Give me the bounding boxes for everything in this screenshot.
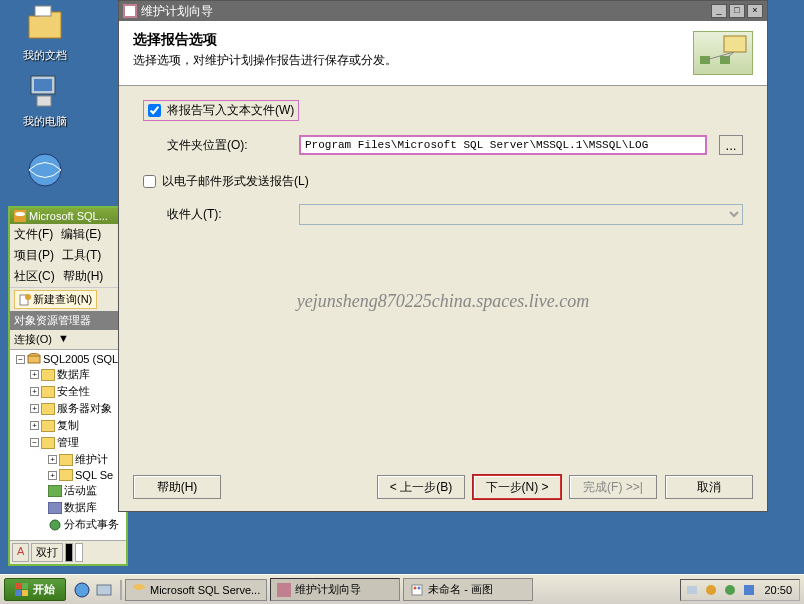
browse-button[interactable]: ... (719, 135, 743, 155)
svg-point-32 (725, 585, 735, 595)
recipient-label: 收件人(T): (167, 206, 287, 223)
close-button[interactable]: × (747, 4, 763, 18)
strip-a[interactable]: A (12, 543, 29, 562)
server-icon (27, 353, 41, 365)
svg-rect-3 (37, 96, 51, 106)
svg-rect-19 (15, 583, 21, 589)
folder-label: 文件夹位置(O): (167, 137, 287, 154)
tree-management[interactable]: −管理 (12, 434, 124, 451)
tree-actmon[interactable]: 活动监 (12, 482, 124, 499)
svg-point-29 (418, 586, 421, 589)
wizard-task-icon (277, 583, 291, 597)
write-text-file-label: 将报告写入文本文件(W) (167, 102, 294, 119)
taskbar-task-ssms[interactable]: Microsoft SQL Serve... (125, 579, 267, 601)
tree-security[interactable]: +安全性 (12, 383, 124, 400)
menu-tool[interactable]: 工具(T) (62, 247, 101, 264)
db-icon (48, 502, 62, 514)
dtc-icon (48, 519, 62, 531)
desktop-icon-mycomputer[interactable]: 我的电脑 (10, 70, 80, 129)
svg-rect-12 (48, 502, 62, 514)
ql-desktop-icon[interactable] (95, 581, 113, 599)
ssms-icon (14, 210, 26, 222)
folder-path-input[interactable] (299, 135, 707, 155)
strip-b[interactable]: 双打 (31, 543, 63, 562)
wizard-body: 将报告写入文本文件(W) 文件夹位置(O): ... 以电子邮件形式发送报告(L… (119, 86, 767, 239)
svg-point-8 (25, 294, 31, 300)
ssms-task-icon (132, 583, 146, 597)
wizard-header-graphic (693, 31, 753, 75)
svg-point-13 (50, 520, 60, 530)
wizard-header: 选择报告选项 选择选项，对维护计划操作报告进行保存或分发。 (119, 21, 767, 85)
svg-rect-2 (34, 79, 52, 91)
svg-rect-24 (97, 585, 111, 595)
clock[interactable]: 20:50 (761, 584, 795, 596)
help-button[interactable]: 帮助(H) (133, 475, 221, 499)
object-explorer-tree[interactable]: −SQL2005 (SQL +数据库 +安全性 +服务器对象 +复制 −管理 +… (10, 350, 126, 540)
tree-dist[interactable]: 分布式事务 (12, 516, 124, 533)
tray-icon-4[interactable] (742, 583, 756, 597)
taskbar-task-wizard[interactable]: 维护计划向导 (270, 578, 400, 601)
maximize-button[interactable]: □ (729, 4, 745, 18)
maintenance-wizard-dialog: 维护计划向导 _ □ × 选择报告选项 选择选项，对维护计划操作报告进行保存或分… (118, 0, 768, 512)
svg-rect-20 (22, 583, 28, 589)
desktop-icon-label: 我的电脑 (23, 115, 67, 127)
tree-root[interactable]: −SQL2005 (SQL (12, 352, 124, 366)
menu-proj[interactable]: 项目(P) (14, 247, 54, 264)
write-text-file-checkbox[interactable] (148, 104, 161, 117)
svg-rect-10 (28, 356, 40, 363)
new-query-button[interactable]: 新建查询(N) (14, 290, 97, 309)
minimize-button[interactable]: _ (711, 4, 727, 18)
back-button[interactable]: < 上一步(B) (377, 475, 465, 499)
tree-sqlse[interactable]: +SQL Se (12, 468, 124, 482)
tree-server-objects[interactable]: +服务器对象 (12, 400, 124, 417)
svg-rect-27 (412, 585, 422, 595)
desktop-icon-mydocs[interactable]: 我的文档 (10, 4, 80, 63)
tray-icon-2[interactable] (704, 583, 718, 597)
tree-replication[interactable]: +复制 (12, 417, 124, 434)
svg-rect-33 (744, 585, 754, 595)
ssms-status-strip: A 双打 (10, 540, 126, 564)
wizard-title-text: 维护计划向导 (141, 3, 213, 20)
ssms-toolbar: 新建查询(N) (10, 287, 126, 311)
ssms-menubar-3: 社区(C) 帮助(H) (10, 266, 126, 287)
menu-comm[interactable]: 社区(C) (14, 268, 55, 285)
start-button[interactable]: 开始 (4, 578, 66, 601)
tree-datamg[interactable]: 数据库 (12, 499, 124, 516)
menu-file[interactable]: 文件(F) (14, 226, 53, 243)
svg-point-23 (75, 583, 89, 597)
wizard-titlebar[interactable]: 维护计划向导 _ □ × (119, 1, 767, 21)
network-icon (25, 150, 65, 190)
svg-point-4 (29, 154, 61, 186)
menu-help[interactable]: 帮助(H) (63, 268, 104, 285)
computer-icon (25, 70, 65, 110)
ql-ie-icon[interactable] (73, 581, 91, 599)
tray-icon-3[interactable] (723, 583, 737, 597)
desktop-icon-label: 我的文档 (23, 49, 67, 61)
svg-rect-21 (15, 590, 21, 596)
taskbar-task-paint[interactable]: 未命名 - 画图 (403, 578, 533, 601)
svg-rect-30 (687, 586, 697, 594)
cancel-button[interactable]: 取消 (665, 475, 753, 499)
svg-point-25 (133, 584, 145, 590)
menu-edit[interactable]: 编辑(E) (61, 226, 101, 243)
ssms-menubar-2: 项目(P) 工具(T) (10, 245, 126, 266)
write-text-file-checkbox-wrap: 将报告写入文本文件(W) (143, 100, 299, 121)
tree-databases[interactable]: +数据库 (12, 366, 124, 383)
ssms-titlebar[interactable]: Microsoft SQL... (10, 208, 126, 224)
next-button[interactable]: 下一步(N) > (473, 475, 561, 499)
svg-rect-26 (277, 583, 291, 597)
tree-maintenance[interactable]: +维护计 (12, 451, 124, 468)
ssms-window[interactable]: Microsoft SQL... 文件(F) 编辑(E) 项目(P) 工具(T)… (8, 206, 128, 566)
object-explorer-toolbar: 连接(O)▼ (10, 330, 126, 350)
desktop-icon-network[interactable] (10, 150, 80, 194)
connect-button[interactable]: 连接(O) (14, 332, 52, 347)
wizard-icon (123, 4, 137, 18)
email-report-checkbox[interactable] (143, 175, 156, 188)
svg-point-31 (706, 585, 716, 595)
svg-rect-17 (700, 56, 710, 64)
ssms-title-text: Microsoft SQL... (29, 210, 108, 222)
tray-icon-1[interactable] (685, 583, 699, 597)
svg-rect-0 (35, 6, 51, 16)
svg-rect-22 (22, 590, 28, 596)
svg-point-28 (414, 586, 417, 589)
